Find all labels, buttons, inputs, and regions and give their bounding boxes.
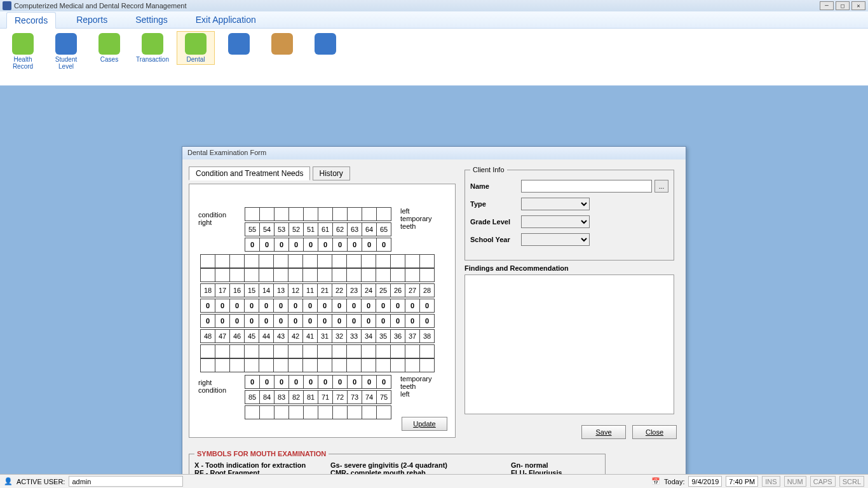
ribbon-dental[interactable]: Dental: [177, 31, 215, 65]
dialog-title: Dental Examination Form: [182, 147, 686, 159]
symbol-entry: Gs- severe gingivitis (2-4 quadrant): [330, 461, 508, 469]
upper-temp-nums: 55545352516162636465: [245, 222, 391, 236]
num-indicator: NUM: [784, 476, 806, 487]
menu-settings[interactable]: Settings: [128, 12, 175, 27]
label-right-condition: right condition: [198, 379, 226, 394]
box-icon: [228, 33, 250, 55]
year-select[interactable]: [521, 233, 590, 246]
close-button[interactable]: Close: [632, 425, 677, 439]
caps-indicator: CAPS: [810, 476, 836, 487]
menu-reports[interactable]: Reports: [69, 12, 115, 27]
box-icon: [98, 33, 120, 55]
label-left-temp: left temporary teeth: [400, 207, 432, 230]
perm-lower-zeros: 0000000000000000: [201, 314, 435, 328]
upper-temp-zeros: 0000000000: [245, 238, 391, 252]
upper-temp-empty[interactable]: [245, 207, 391, 221]
update-button[interactable]: Update: [402, 417, 447, 431]
box-icon: [142, 33, 163, 55]
lower-temp-zeros: 0000000000: [245, 375, 391, 389]
user-icon: 👤: [4, 477, 13, 485]
active-user-label: ACTIVE USER:: [17, 478, 65, 485]
label-temp-left: temporary teeth left: [400, 375, 432, 398]
people-icon: [271, 33, 293, 55]
name-input[interactable]: [521, 180, 652, 193]
symbol-entry: Gn- normal: [511, 461, 600, 469]
label-name: Name: [470, 182, 519, 190]
app-icon: [3, 1, 11, 10]
perm-upper-zeros: 0000000000000000: [201, 299, 435, 313]
findings-textarea[interactable]: [465, 274, 674, 414]
dental-exam-dialog: Dental Examination Form Condition and Tr…: [182, 146, 686, 488]
time-field: 7:40 PM: [726, 476, 758, 487]
main-menubar: Records Reports Settings Exit Applicatio…: [0, 11, 868, 29]
ribbon-extra3[interactable]: [306, 31, 344, 58]
calendar-icon: 📅: [651, 477, 660, 485]
ribbon-student-level[interactable]: Student Level: [47, 31, 85, 72]
search-icon: [12, 33, 34, 55]
label-year: School Year: [470, 236, 519, 243]
ribbon-health-record[interactable]: Health Record: [4, 31, 42, 72]
date-field: 9/4/2019: [688, 476, 722, 487]
lower-temp-empty[interactable]: [245, 405, 391, 419]
box-icon: [185, 33, 207, 55]
box-icon: [315, 33, 336, 55]
box-icon: [55, 33, 77, 55]
type-select[interactable]: [521, 198, 590, 210]
ribbon-transaction[interactable]: Transaction: [133, 31, 172, 65]
perm-lower-r2[interactable]: [201, 358, 435, 372]
teeth-chart-panel: condition right left temporary teeth rig…: [189, 184, 456, 438]
label-condition-right: condition right: [198, 211, 226, 226]
perm-lower-nums: 48474645444342413132333435363738: [201, 329, 435, 343]
perm-upper-r1[interactable]: [201, 254, 435, 268]
browse-name-button[interactable]: ...: [654, 180, 668, 193]
perm-upper-nums: 18171615141312112122232425262728: [201, 283, 435, 297]
ribbon-extra2[interactable]: [263, 31, 301, 58]
status-bar: 👤 ACTIVE USER: admin 📅 Today: 9/4/2019 7…: [0, 474, 868, 488]
symbols-legend: SYMBOLS FOR MOUTH EXAMINATION: [194, 450, 329, 458]
menu-exit[interactable]: Exit Application: [188, 12, 264, 27]
client-info-legend: Client Info: [470, 166, 507, 173]
scrl-indicator: SCRL: [839, 476, 864, 487]
perm-lower-r1[interactable]: [201, 344, 435, 358]
today-label: Today:: [664, 478, 684, 485]
perm-upper-r2[interactable]: [201, 268, 435, 282]
tab-history[interactable]: History: [313, 166, 350, 180]
ribbon-extra1[interactable]: [220, 31, 258, 58]
menu-records[interactable]: Records: [6, 12, 56, 29]
findings-label: Findings and Recommendation: [465, 264, 674, 272]
ribbon-cases[interactable]: Cases: [90, 31, 128, 65]
lower-temp-nums: 85848382817172737475: [245, 390, 391, 404]
label-type: Type: [470, 200, 519, 208]
window-titlebar: Computerized Medical and Dental Record M…: [0, 0, 868, 11]
tab-condition-treatment[interactable]: Condition and Treatment Needs: [189, 166, 310, 180]
client-info-group: Client Info Name... Type Grade Level Sch…: [465, 166, 674, 261]
save-button[interactable]: Save: [581, 425, 626, 439]
minimize-button[interactable]: ─: [820, 1, 834, 10]
label-grade: Grade Level: [470, 218, 519, 226]
grade-select[interactable]: [521, 215, 590, 228]
ins-indicator: INS: [762, 476, 780, 487]
ribbon-toolbar: Health Record Student Level Cases Transa…: [0, 29, 868, 86]
active-user-field: admin: [69, 476, 183, 487]
close-window-button[interactable]: ✕: [851, 1, 865, 10]
app-title: Computerized Medical and Dental Record M…: [14, 2, 186, 10]
symbol-entry: X - Tooth indication for extraction: [194, 461, 328, 469]
maximize-button[interactable]: □: [836, 1, 850, 10]
